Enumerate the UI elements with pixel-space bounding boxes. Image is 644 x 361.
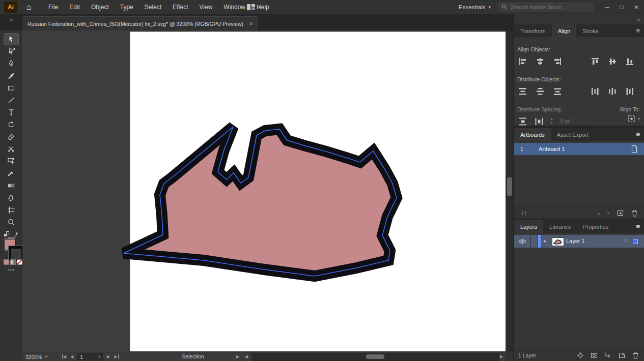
canvas-area[interactable] <box>22 31 506 352</box>
eraser-tool[interactable] <box>4 131 18 142</box>
align-left-button[interactable] <box>516 55 529 68</box>
edit-toolbar-button[interactable]: ··· <box>4 264 18 275</box>
type-tool[interactable] <box>4 107 18 118</box>
stepper-down-icon[interactable]: ▾ <box>551 121 553 125</box>
stock-search-box[interactable] <box>498 2 594 12</box>
new-layer-icon[interactable] <box>618 352 626 359</box>
align-panel-menu-icon[interactable]: ≡ <box>632 24 644 37</box>
layer-thumbnail[interactable] <box>552 237 564 246</box>
vertical-scrollbar-thumb[interactable] <box>507 177 512 196</box>
distribute-vertical-center-button[interactable] <box>534 85 547 98</box>
new-sublayer-icon[interactable] <box>604 352 611 359</box>
swap-fill-stroke[interactable] <box>4 231 19 238</box>
gradient-button[interactable] <box>10 259 16 265</box>
close-button[interactable]: × <box>629 0 644 14</box>
next-artboard-button[interactable]: ▶ <box>107 354 110 359</box>
menu-view[interactable]: View <box>194 4 218 11</box>
move-artboard-down-button[interactable]: ▾ <box>607 210 609 216</box>
status-expand-button[interactable]: ▶ <box>236 354 239 359</box>
minimize-button[interactable]: ─ <box>600 0 614 14</box>
layer-visibility-cell[interactable] <box>514 235 531 248</box>
artboard-number-field[interactable]: 1 ▾ <box>77 353 103 360</box>
previous-artboard-button[interactable]: ◀ <box>70 354 73 359</box>
illustrator-logo[interactable]: Ai <box>4 2 17 13</box>
pen-tool[interactable] <box>4 58 18 69</box>
new-artboard-icon[interactable] <box>617 209 624 217</box>
move-artboard-up-button[interactable]: ▴ <box>598 210 600 216</box>
horizontal-scrollbar[interactable] <box>251 353 499 361</box>
spacing-stepper[interactable]: ▴ ▾ <box>551 117 553 125</box>
horizontal-scrollbar-thumb[interactable] <box>366 354 384 359</box>
align-to-button[interactable]: ▾ <box>627 114 640 123</box>
artwork-layer[interactable] <box>22 31 506 352</box>
color-button[interactable] <box>4 259 9 265</box>
maximize-button[interactable]: □ <box>614 0 629 14</box>
menu-object[interactable]: Object <box>86 4 115 11</box>
gradient-tool[interactable] <box>4 180 18 191</box>
tab-align[interactable]: Align <box>552 24 576 37</box>
selection-tool[interactable] <box>4 34 18 45</box>
distribute-left-button[interactable] <box>589 85 602 98</box>
menu-type[interactable]: Type <box>115 4 139 11</box>
home-icon[interactable]: ⌂ <box>22 0 36 14</box>
toolbar-collapse-button[interactable]: » <box>0 14 22 24</box>
reorder-artboards-icon[interactable] <box>520 209 527 217</box>
tab-properties[interactable]: Properties <box>577 220 614 233</box>
clipping-mask-icon[interactable] <box>591 352 598 359</box>
artboard-page-icon[interactable] <box>631 145 638 153</box>
distribute-bottom-button[interactable] <box>551 85 564 98</box>
artboard-tool[interactable] <box>4 204 18 216</box>
layer-selection-indicator[interactable] <box>633 239 638 244</box>
distribute-horizontal-center-button[interactable] <box>606 85 619 98</box>
menu-effect[interactable]: Effect <box>167 4 193 11</box>
align-horizontal-center-button[interactable] <box>534 55 547 68</box>
locate-object-icon[interactable] <box>577 352 584 359</box>
align-top-button[interactable] <box>589 55 602 68</box>
layer-row[interactable]: ▸ Layer 1 ○ <box>514 235 644 248</box>
arrange-documents-button[interactable]: ▾ <box>246 0 261 14</box>
scissors-tool[interactable] <box>4 143 18 155</box>
search-input[interactable] <box>510 4 591 11</box>
tab-close-icon[interactable]: × <box>249 20 253 27</box>
artboards-panel-menu-icon[interactable]: ≡ <box>632 128 644 141</box>
layer-expand-chevron[interactable]: ▸ <box>544 238 546 244</box>
hscroll-left-arrow[interactable]: ◀ <box>245 354 248 359</box>
delete-artboard-icon[interactable] <box>631 209 638 217</box>
crimea-shape[interactable] <box>124 127 397 276</box>
line-segment-tool[interactable] <box>4 95 18 106</box>
last-artboard-button[interactable]: ▶ <box>114 354 118 359</box>
layer-name[interactable]: Layer 1 <box>566 238 585 244</box>
tab-stroke[interactable]: Stroke <box>576 24 605 37</box>
tab-libraries[interactable]: Libraries <box>543 220 577 233</box>
zoom-tool[interactable] <box>4 217 18 228</box>
vertical-scrollbar[interactable] <box>506 31 514 352</box>
delete-layer-icon[interactable] <box>632 352 639 359</box>
artboard-row[interactable]: 1 Artboard 1 <box>514 143 644 155</box>
stepper-up-icon[interactable]: ▴ <box>551 117 553 121</box>
shape-builder-tool[interactable] <box>4 156 18 167</box>
tab-asset-export[interactable]: Asset Export <box>551 128 595 141</box>
zoom-control[interactable]: 3200% ▾ <box>25 352 47 361</box>
eyedropper-tool[interactable] <box>4 168 18 179</box>
layer-lock-cell[interactable] <box>530 235 538 248</box>
first-artboard-button[interactable]: ◀ <box>62 354 66 359</box>
direct-selection-tool[interactable] <box>4 46 18 57</box>
paintbrush-tool[interactable] <box>4 70 18 81</box>
document-tab[interactable]: Russian Federation_with_Crimea_ISO(Merca… <box>22 16 258 31</box>
layer-target-circle[interactable]: ○ <box>624 237 628 244</box>
align-right-button[interactable] <box>551 55 564 68</box>
artboard-row-name[interactable]: Artboard 1 <box>539 146 565 152</box>
layers-panel-menu-icon[interactable]: ≡ <box>632 220 644 233</box>
tab-transform[interactable]: Transform <box>514 24 552 37</box>
hand-tool[interactable] <box>4 192 18 203</box>
tab-layers[interactable]: Layers <box>514 220 543 233</box>
distribute-top-button[interactable] <box>516 85 529 98</box>
workspace-switcher[interactable]: Essentials ▾ <box>459 4 491 10</box>
menu-edit[interactable]: Edit <box>64 4 86 11</box>
none-button[interactable] <box>17 259 22 265</box>
spacing-value-field[interactable]: 0 pt <box>557 116 594 126</box>
align-vertical-center-button[interactable] <box>606 55 619 68</box>
hscroll-right-arrow[interactable]: ▶ <box>500 354 503 359</box>
menu-select[interactable]: Select <box>139 4 167 11</box>
rotate-tool[interactable] <box>4 119 18 130</box>
